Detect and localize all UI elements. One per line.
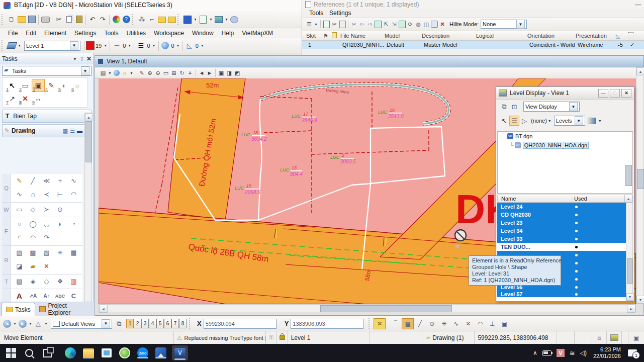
reference-settings-icon[interactable]: ◫ <box>422 20 430 28</box>
rotate-view-icon[interactable]: ↻ <box>178 69 186 77</box>
exchange-reference-icon[interactable]: ⇱ <box>382 20 390 28</box>
next-view-group-icon[interactable]: ► <box>18 319 28 329</box>
col-level-name[interactable]: Name <box>498 196 572 202</box>
drawing-tool-icon[interactable]: ◗ <box>53 218 67 230</box>
lock-status-cell[interactable] <box>277 331 288 344</box>
drawing-tool-icon[interactable]: ○ <box>13 218 26 230</box>
drawing-tool-icon[interactable]: ▤ <box>13 275 26 288</box>
view-next-icon[interactable]: ► <box>206 69 214 77</box>
mask-reference-icon[interactable] <box>338 20 346 28</box>
toolbar-grip[interactable] <box>369 318 372 329</box>
redo-icon[interactable]: ↷ <box>98 15 108 25</box>
hilite-mode-combo[interactable]: None▼ <box>481 20 527 29</box>
element-class-icon[interactable] <box>160 41 170 51</box>
drawing-tool-icon[interactable]: ∩ <box>26 188 40 201</box>
ref-presentation-icon[interactable]: ☰ <box>305 20 313 28</box>
adjust-brightness-icon[interactable]: ☼ <box>121 69 129 77</box>
color-table-icon[interactable] <box>111 15 121 25</box>
drawing-tool-icon[interactable]: ◠ <box>26 231 40 244</box>
attach-reference-icon[interactable] <box>322 20 330 28</box>
toolbar-grip[interactable] <box>189 318 193 329</box>
col-presentation[interactable]: Presentation <box>576 33 616 39</box>
level-manager-icon[interactable] <box>214 15 224 25</box>
print-icon[interactable] <box>40 15 50 25</box>
menu-workspace[interactable]: Workspace <box>150 29 188 37</box>
level-row[interactable]: CD QH2030 <box>497 211 626 219</box>
clip-mask-icon[interactable]: ◩ <box>233 69 241 77</box>
level-row[interactable]: Level 33 <box>497 235 626 243</box>
style-dropdown[interactable]: ▾ <box>127 43 132 48</box>
media-app-icon[interactable] <box>119 347 131 359</box>
toolbar-grip[interactable] <box>2 40 5 51</box>
references-dropdown[interactable]: ▾ <box>208 17 214 22</box>
delete-clip-icon[interactable]: ✂ <box>350 20 358 28</box>
help-icon[interactable]: ? <box>121 15 131 25</box>
tangent-snap-icon[interactable]: ◠ <box>474 318 486 329</box>
text-tool-icon[interactable]: ABC <box>53 290 67 302</box>
drawing-tool-icon[interactable]: ✕ <box>40 260 53 273</box>
undo-icon[interactable]: ↶ <box>87 15 98 25</box>
reload-reference-icon[interactable] <box>374 20 382 28</box>
window-area-icon[interactable]: ▭ <box>162 69 170 77</box>
view-toggle-7[interactable]: 7 <box>171 319 179 328</box>
level-row[interactable]: Level 23 <box>497 219 626 227</box>
tree-expand-icon[interactable]: − <box>500 134 505 139</box>
element-template-dropdown[interactable]: ▾ <box>17 43 22 48</box>
drawing-tool-icon[interactable]: ❖ <box>53 275 67 288</box>
drawing-tool-icon[interactable]: ◈ <box>26 275 40 288</box>
references-row[interactable]: 1 QH2030_NINH... Default Master Model Co… <box>302 41 644 49</box>
origin-snap-icon[interactable]: ✳ <box>438 318 450 329</box>
active-levels-status-icon[interactable] <box>606 331 621 344</box>
drawing-tool-icon[interactable]: ◜ <box>13 231 26 244</box>
active-level-status[interactable]: Level 1 <box>288 331 370 344</box>
toolbar-grip[interactable] <box>2 14 5 25</box>
change-level-icon[interactable]: ↖ <box>499 116 509 126</box>
drawing-tool-icon[interactable]: ≺ <box>40 188 53 201</box>
tray-chevron-icon[interactable]: ∧ <box>533 349 537 356</box>
hilite-icon[interactable] <box>430 20 438 28</box>
active-level-combo[interactable]: Level 1▼ <box>24 41 80 51</box>
drawing-tool-icon[interactable]: ◇ <box>26 203 40 216</box>
menu-file[interactable]: File <box>4 29 22 37</box>
close-icon[interactable]: ✕ <box>86 55 91 62</box>
zoom-in-icon[interactable]: ⊕ <box>146 69 154 77</box>
scroll-up-icon[interactable]: ▲ <box>624 195 632 203</box>
transparency-icon[interactable]: ◺ <box>185 41 195 51</box>
minimize-icon[interactable]: — <box>598 89 608 98</box>
perpendicular-snap-icon[interactable]: ⊥ <box>486 318 498 329</box>
open-file-icon[interactable] <box>17 15 27 25</box>
drawing-tool-icon[interactable]: ╱ <box>26 174 40 187</box>
models-icon[interactable] <box>182 15 193 25</box>
battery-icon[interactable] <box>542 350 551 356</box>
transparency-dropdown[interactable]: ▾ <box>200 43 205 48</box>
detach-reference-icon[interactable]: ◍ <box>414 20 422 28</box>
level-list-scrollbar[interactable]: ▼ <box>626 203 633 301</box>
drawing-section-header[interactable]: ✎ Drawing ▦ ☰ ▬ ▲ <box>2 124 91 137</box>
tasks-menu-dropdown[interactable]: ▼ <box>72 57 77 61</box>
drawing-tool-icon[interactable]: ↷ <box>40 231 53 244</box>
level-row[interactable]: Level 57 <box>497 291 626 297</box>
references-menu-settings[interactable]: Settings <box>326 10 354 17</box>
center-snap-icon[interactable]: ⊙ <box>426 318 438 329</box>
cut-icon[interactable]: ✂ <box>54 15 64 25</box>
copy-icon[interactable] <box>64 15 74 25</box>
drawing-tool-icon[interactable]: ⊢ <box>53 188 67 201</box>
intersection-snap-icon[interactable]: ✕ <box>462 318 474 329</box>
measure-tool[interactable]: ↔9 <box>32 92 45 105</box>
change-attributes-tool[interactable]: ▣3 <box>32 79 45 92</box>
levels-combo[interactable]: Levels▼ <box>554 116 585 126</box>
drawing-tool-icon[interactable]: ◇ <box>40 275 53 288</box>
accudraw-icon[interactable]: ⁂ <box>137 15 147 25</box>
move-copy-tool[interactable]: ↗7 <box>6 92 19 105</box>
remove-hilite-icon[interactable]: ✕ <box>438 20 446 28</box>
photos-app-icon[interactable] <box>155 347 167 359</box>
level-display-titlebar[interactable]: Level Display - View 1 — □ ✕ <box>496 87 634 100</box>
pin-icon[interactable]: ⊤ <box>79 56 84 62</box>
col-logical[interactable]: Logical <box>476 33 527 39</box>
col-file-name[interactable]: File Name <box>340 33 385 39</box>
menu-vietmapxm[interactable]: VietMapXM <box>238 29 277 37</box>
minimize-icon[interactable]: — <box>635 1 641 8</box>
multi-snap-icon[interactable]: ▣ <box>498 318 510 329</box>
text-tool-icon[interactable]: ↗A <box>26 290 40 302</box>
drawing-tool-icon[interactable]: ▭ <box>13 203 26 216</box>
